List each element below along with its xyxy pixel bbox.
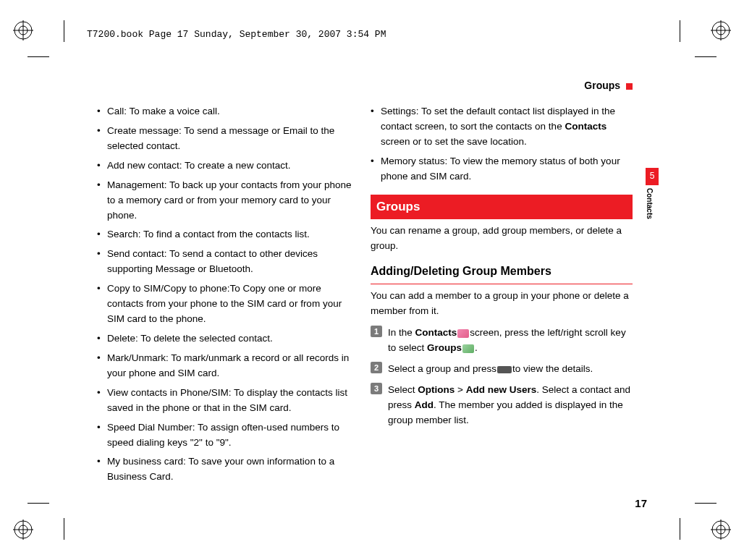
list-item: Speed Dial Number: To assign often-used … — [97, 420, 359, 451]
bold-text: Add — [415, 399, 434, 410]
list-item: Create message: To send a message or Ema… — [97, 124, 359, 154]
list-item: Delete: To delete the selected contact. — [97, 331, 359, 347]
bold-text: Add new Users — [466, 384, 537, 395]
step-3: 3 Select Options > Add new Users. Select… — [371, 383, 633, 428]
list-item: View contacts in Phone/SIM: To display t… — [97, 386, 359, 416]
bold-text: Options — [418, 384, 455, 395]
list-item: Send contact: To send a contact to other… — [97, 247, 359, 277]
contacts-icon — [457, 329, 469, 338]
step-1: 1 In the Contactsscreen, press the left/… — [371, 326, 633, 356]
step-number-icon: 3 — [371, 383, 382, 394]
step-number-icon: 1 — [371, 326, 382, 337]
list-item: Add new contact: To create a new contact… — [97, 158, 359, 174]
thumb-tab-label: Contacts — [646, 185, 654, 219]
thumb-tab-number: 5 — [646, 168, 659, 185]
step-number-icon: 2 — [371, 362, 382, 373]
running-head-text: Groups — [584, 80, 620, 91]
section-intro: You can rename a group, add group member… — [371, 224, 633, 254]
list-item: Call: To make a voice call. — [97, 104, 359, 119]
bold-text: Groups — [427, 342, 462, 353]
list-item: Memory status: To view the memory status… — [371, 154, 633, 184]
crop-mark-icon — [666, 42, 695, 71]
list-item: Management: To back up your contacts fro… — [97, 178, 359, 224]
bold-text: Contacts — [565, 121, 606, 132]
options-list-left: Call: To make a voice call. Create messa… — [97, 104, 359, 485]
options-list-right: Settings: To set the default contact lis… — [371, 104, 633, 184]
crop-mark-icon — [49, 42, 78, 71]
text: Select — [388, 384, 418, 395]
subsection-intro: You can add a member to a group in your … — [371, 289, 633, 319]
page-content: Groups Call: To make a voice call. Creat… — [97, 80, 633, 489]
section-heading-groups: Groups — [371, 195, 633, 219]
list-item: My business card: To save your own infor… — [97, 454, 359, 485]
registration-mark-icon — [13, 519, 33, 540]
running-head-marker-icon — [626, 83, 633, 90]
step-body: In the Contactsscreen, press the left/ri… — [388, 326, 633, 356]
text: to view the details. — [512, 363, 593, 374]
page-number: 17 — [635, 497, 647, 509]
crop-mark-icon — [666, 489, 695, 518]
crop-mark-icon — [49, 489, 78, 518]
registration-mark-icon — [711, 519, 731, 540]
list-item: Search: To find a contact from the conta… — [97, 227, 359, 242]
bold-text: Contacts — [415, 327, 457, 338]
running-head: Groups — [97, 80, 633, 91]
right-column: Settings: To set the default contact lis… — [371, 104, 633, 489]
groups-icon — [462, 344, 474, 353]
text: Select a group and press — [388, 363, 496, 374]
ok-button-icon — [497, 366, 512, 373]
registration-mark-icon — [711, 20, 731, 41]
step-body: Select Options > Add new Users. Select a… — [388, 383, 633, 428]
subsection-heading: Adding/Deleting Group Members — [371, 263, 633, 284]
list-item: Mark/Unmark: To mark/unmark a record or … — [97, 351, 359, 381]
text: > — [455, 384, 465, 395]
print-header: T7200.book Page 17 Sunday, September 30,… — [87, 29, 386, 40]
text: screen or to set the save location. — [381, 136, 527, 147]
step-2: 2 Select a group and pressto view the de… — [371, 362, 633, 377]
list-item: Copy to SIM/Copy to phone:To Copy one or… — [97, 281, 359, 327]
step-body: Select a group and pressto view the deta… — [388, 362, 633, 377]
list-item: Settings: To set the default contact lis… — [371, 104, 633, 150]
registration-mark-icon — [13, 20, 33, 41]
text: In the — [388, 327, 415, 338]
text: . — [475, 342, 478, 353]
left-column: Call: To make a voice call. Create messa… — [97, 104, 359, 489]
thumb-tab: 5 Contacts — [646, 168, 659, 219]
